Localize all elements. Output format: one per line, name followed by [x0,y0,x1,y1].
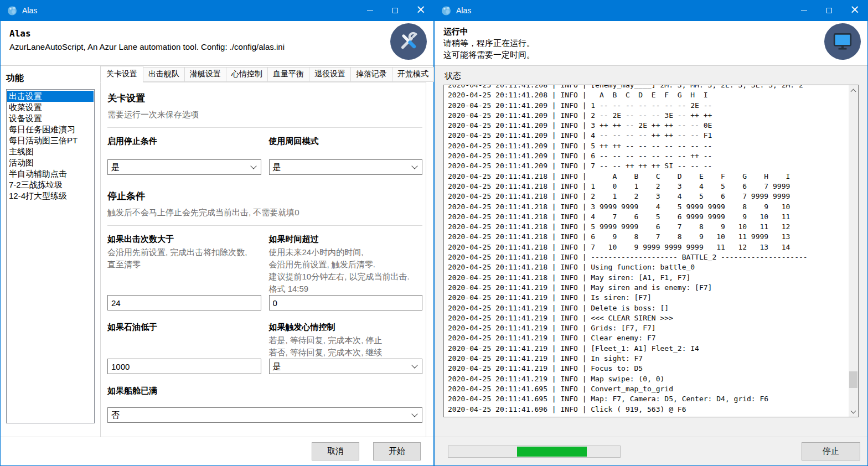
log-line: 2020-04-25 20:11:41.218 | INFO | 2 1 2 3… [448,191,849,201]
run-title: 运行中 [443,27,859,37]
sidebar-item[interactable]: 12-4打大型练级 [7,190,94,201]
run-header: 运行中 请稍等，程序正在运行。 这可能将需要一定时间。 [435,21,867,66]
log-line: 2020-04-25 20:11:41.218 | INFO | Using f… [448,262,849,272]
titlebar[interactable]: Alas × [435,0,867,21]
if-emotion-select[interactable]: 是 [269,359,423,374]
alas-logo-icon [7,5,18,16]
log-line: 2020-04-25 20:11:41.219 | INFO | Delete … [448,303,849,313]
sidebar-item[interactable]: 7-2三战拣垃圾 [7,179,94,190]
log-line: 2020-04-25 20:11:41.218 | INFO | A B C D… [448,172,849,182]
log-line: 2020-04-25 20:11:41.209 | INFO | 2 -- 2E… [448,111,849,121]
tab[interactable]: 关卡设置 [100,66,143,82]
loop-mode-select[interactable]: 是 [269,159,423,175]
log-line: 2020-04-25 20:11:41.209 | INFO | 4 -- --… [448,131,849,141]
chevron-up-icon [851,89,856,94]
function-listbox[interactable]: 出击设置收菜设置设备设置每日任务困难演习每日活动图三倍PT主线图活动图半自动辅助… [6,89,95,423]
chevron-down-icon [250,163,256,169]
if-dock-select[interactable]: 否 [107,407,422,423]
right-footer: 停止 [435,437,867,465]
status-label: 状态 [445,71,857,81]
maximize-button[interactable] [383,0,408,21]
monitor-icon [832,32,853,51]
if-emotion-desc: 若是, 等待回复, 完成本次, 停止 若否, 等待回复, 完成本次, 继续 [269,334,423,359]
tab[interactable]: 退役设置 [309,67,351,82]
log-scrollbar[interactable] [849,85,858,417]
if-emotion-label: 如果触发心情控制 [269,321,423,333]
maximize-button[interactable] [817,0,842,21]
tab[interactable]: 血量平衡 [267,67,309,82]
sidebar-item[interactable]: 设备设置 [7,113,94,124]
minimize-icon [801,11,807,11]
loop-mode-label: 使用周回模式 [269,135,423,147]
app-header: Alas AzurLaneAutoScript, An Azur Lane au… [1,21,433,66]
close-button[interactable]: × [842,0,867,21]
tab[interactable]: 心情控制 [226,67,268,82]
settings-tabbar[interactable]: 关卡设置出击舰队潜艇设置心情控制血量平衡退役设置掉落记录开荒模式 [100,66,426,82]
log-line: 2020-04-25 20:11:41.218 | INFO | 4 7 6 5… [448,212,849,222]
log-line: 2020-04-25 20:11:41.219 | INFO | May sir… [448,283,849,293]
titlebar[interactable]: Alas × [1,0,433,21]
app-title: Alas [9,28,425,39]
log-line: 2020-04-25 20:11:41.219 | INFO | Grids: … [448,323,849,333]
log-line: 2020-04-25 20:11:41.209 | INFO | 6 -- --… [448,151,849,161]
minimize-button[interactable] [791,0,817,21]
if-time-input[interactable] [269,295,423,310]
section-title-stop: 停止条件 [107,190,422,203]
log-line: 2020-04-25 20:11:41.209 | INFO | 5 ++ ++… [448,141,849,151]
scroll-up-button[interactable] [849,86,858,95]
log-line: 2020-04-25 20:11:41.209 | INFO | 7 -- --… [448,161,849,171]
if-count-input[interactable] [107,295,261,310]
start-button[interactable]: 开始 [373,442,421,460]
log-line: 2020-04-25 20:11:41.208 | INFO | A B C D… [448,90,849,100]
if-time-desc: 使用未来24小时内的时间, 会沿用先前设置, 触发后清零. 建议提前10分钟左右… [269,246,423,295]
log-line: 2020-04-25 20:11:41.218 | INFO | 7 10 9 … [448,242,849,252]
log-line: 2020-04-25 20:11:41.219 | INFO | Focus t… [448,364,849,374]
log-line: 2020-04-25 20:11:41.209 | INFO | 3 ++ ++… [448,121,849,131]
tools-badge [390,23,427,60]
cancel-button[interactable]: 取消 [312,442,359,460]
sidebar-item[interactable]: 每日任务困难演习 [7,124,94,135]
minimize-icon [367,11,373,11]
app-subtitle: AzurLaneAutoScript, An Azur Lane automat… [9,42,425,51]
enable-stop-select[interactable]: 是 [107,159,261,175]
scrollbar-thumb[interactable] [849,371,857,388]
log-line: 2020-04-25 20:11:41.218 | INFO | 3 9999 … [448,202,849,212]
scroll-down-button[interactable] [849,407,858,416]
sidebar-label: 功能 [6,73,95,84]
log-line: 2020-04-25 20:11:41.219 | INFO | In sigh… [448,354,849,364]
if-dock-label: 如果船舱已满 [107,385,422,396]
section-subtitle-stop: 触发后不会马上停止会先完成当前出击, 不需要就填0 [107,208,422,218]
log-line: 2020-04-25 20:11:41.218 | INFO | -------… [448,252,849,262]
left-footer: 取消 开始 [1,437,433,465]
run-message-1: 请稍等，程序正在运行。 [443,37,859,49]
enable-stop-value: 是 [111,162,120,173]
if-dock-value: 否 [111,410,120,421]
sidebar-item[interactable]: 每日活动图三倍PT [7,135,94,146]
tab[interactable]: 潜艇设置 [184,67,226,82]
sidebar-item[interactable]: 活动图 [7,157,94,168]
sidebar-item[interactable]: 主线图 [7,146,94,157]
divider [107,225,422,226]
close-button[interactable]: × [408,0,433,21]
tab[interactable]: 开荒模式 [392,67,434,82]
log-line: 2020-04-25 20:11:41.208 | INFO | [enemy_… [448,85,849,90]
log-line: 2020-04-25 20:11:41.218 | INFO | May sir… [448,273,849,283]
section-title-campaign: 关卡设置 [107,92,422,105]
maximize-icon [392,8,398,13]
divider [107,127,422,128]
sidebar-item[interactable]: 出击设置 [7,91,94,102]
log-line: 2020-04-25 20:11:41.219 | INFO | Is sire… [448,293,849,303]
enable-stop-label: 启用停止条件 [107,135,261,147]
log-line: 2020-04-25 20:11:41.219 | INFO | Map swi… [448,374,849,384]
sidebar-item[interactable]: 收菜设置 [7,102,94,113]
tab[interactable]: 出击舰队 [143,67,185,82]
sidebar-item[interactable]: 半自动辅助点击 [7,168,94,179]
minimize-button[interactable] [357,0,383,21]
stop-button[interactable]: 停止 [802,442,860,460]
run-message-2: 这可能将需要一定时间。 [443,49,859,60]
alas-logo-icon [441,5,452,16]
running-window: Alas × 运行中 请稍等，程序正在运行。 这可能将需要一定时间。 状态 20… [434,0,868,466]
if-oil-input[interactable] [107,359,261,374]
tab[interactable]: 掉落记录 [350,67,392,82]
log-output[interactable]: 2020-04-25 20:11:41.208 | INFO | [enemy_… [444,85,849,417]
